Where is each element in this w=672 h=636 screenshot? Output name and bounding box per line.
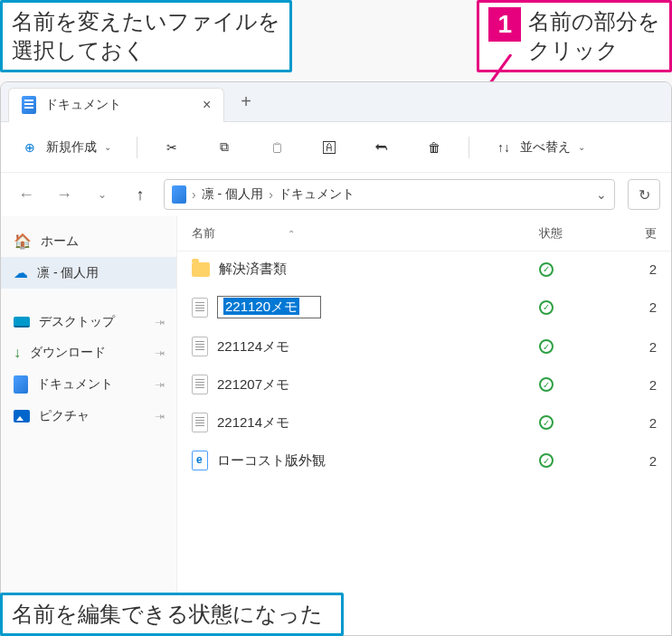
up-button[interactable]: ↑ <box>126 180 155 209</box>
file-date: 2 <box>629 299 657 315</box>
clipboard-icon: 📋︎ <box>268 138 286 157</box>
folder-icon <box>192 262 210 277</box>
document-icon <box>172 185 186 204</box>
list-row-folder[interactable]: 解決済書類 2 <box>177 252 671 287</box>
rename-input[interactable]: 221120メモ <box>217 296 321 318</box>
breadcrumb[interactable]: › 凛 - 個人用 › ドキュメント ⌄ <box>164 179 615 210</box>
content-area: 🏠 ホーム ☁ 凛 - 個人用 デスクトップ 📌︎ ↓ ダウンロード 📌︎ ドキ… <box>1 216 671 635</box>
sort-icon: ↑↓ <box>495 138 513 157</box>
file-name: ローコスト版外観 <box>217 452 326 470</box>
sidebar-item-downloads[interactable]: ↓ ダウンロード 📌︎ <box>1 337 176 368</box>
trash-icon: 🗑︎ <box>425 138 443 157</box>
download-icon: ↓ <box>14 345 21 361</box>
divider <box>137 137 137 158</box>
list-header: 名前 ⌃ 状態 更 <box>177 216 671 252</box>
sidebar-item-personal[interactable]: ☁ 凛 - 個人用 <box>1 257 176 289</box>
cut-button[interactable]: ✂ <box>154 133 190 162</box>
breadcrumb-item[interactable]: 凛 - 個人用 <box>202 186 263 203</box>
synced-icon <box>539 339 554 354</box>
new-label: 新規作成 <box>46 139 97 156</box>
synced-icon <box>539 300 554 315</box>
delete-button[interactable]: 🗑︎ <box>416 133 452 162</box>
chevron-right-icon: › <box>269 187 273 202</box>
sort-ascending-icon: ⌃ <box>288 229 295 239</box>
callout-text: 名前を編集できる状態になった <box>12 602 323 626</box>
plus-circle-icon: ⊕ <box>21 138 39 157</box>
sidebar-label: ホーム <box>41 233 79 250</box>
recent-dropdown[interactable]: ⌄ <box>88 180 117 209</box>
chevron-down-icon[interactable]: ⌄ <box>596 187 607 202</box>
list-row[interactable]: 221207メモ 2 <box>177 365 671 403</box>
column-status[interactable]: 状態 <box>539 225 629 242</box>
sidebar-item-home[interactable]: 🏠 ホーム <box>1 225 176 257</box>
synced-icon <box>539 415 554 430</box>
column-label: 更 <box>645 226 657 240</box>
file-name: 221207メモ <box>217 376 289 394</box>
callout-step-number: 1 <box>488 7 521 42</box>
sidebar-item-desktop[interactable]: デスクトップ 📌︎ <box>1 307 176 337</box>
html-file-icon <box>192 451 208 470</box>
file-explorer-window: ドキュメント × + ⊕ 新規作成 ⌄ ✂ ⧉ 📋︎ 🄰 ⮪ 🗑︎ ↑↓ 並べ替… <box>0 81 672 636</box>
divider <box>469 137 469 158</box>
copy-button[interactable]: ⧉ <box>206 133 242 162</box>
pin-icon[interactable]: 📌︎ <box>152 376 168 393</box>
column-modified[interactable]: 更 <box>629 225 657 242</box>
back-button[interactable]: ← <box>12 180 41 209</box>
new-tab-button[interactable]: + <box>241 91 251 112</box>
callout-click-name: 1 名前の部分を クリック <box>477 0 672 72</box>
column-label: 名前 <box>192 225 215 242</box>
sort-label: 並べ替え <box>520 139 571 156</box>
column-label: 状態 <box>539 226 563 240</box>
document-icon <box>22 96 36 114</box>
sidebar: 🏠 ホーム ☁ 凛 - 個人用 デスクトップ 📌︎ ↓ ダウンロード 📌︎ ドキ… <box>1 216 177 635</box>
pictures-icon <box>14 410 30 422</box>
tab-title: ドキュメント <box>45 97 121 113</box>
sidebar-label: デスクトップ <box>39 314 115 330</box>
synced-icon <box>539 262 554 277</box>
chevron-down-icon: ⌄ <box>104 142 111 152</box>
pin-icon[interactable]: 📌︎ <box>152 408 168 424</box>
close-tab-icon[interactable]: × <box>203 97 211 113</box>
list-row-editing[interactable]: 221120メモ 2 <box>177 287 671 327</box>
forward-button[interactable]: → <box>50 180 79 209</box>
callout-text: 名前の部分を <box>528 7 660 36</box>
callout-text: 選択しておく <box>12 36 280 65</box>
tab-bar: ドキュメント × + <box>1 82 671 122</box>
breadcrumb-item[interactable]: ドキュメント <box>279 186 355 203</box>
file-name: 221124メモ <box>217 338 289 356</box>
scissors-icon: ✂ <box>163 138 181 157</box>
callout-text: クリック <box>528 36 660 65</box>
sidebar-label: 凛 - 個人用 <box>37 265 99 281</box>
sort-button[interactable]: ↑↓ 並べ替え ⌄ <box>486 133 594 162</box>
list-row[interactable]: 221124メモ 2 <box>177 327 671 365</box>
sidebar-item-documents[interactable]: ドキュメント 📌︎ <box>1 368 176 401</box>
file-date: 2 <box>629 453 657 469</box>
sidebar-label: ピクチャ <box>39 408 90 424</box>
new-button[interactable]: ⊕ 新規作成 ⌄ <box>12 133 120 162</box>
desktop-icon <box>14 317 30 327</box>
tab-documents[interactable]: ドキュメント × <box>8 88 224 122</box>
rename-icon: 🄰 <box>320 138 338 157</box>
text-file-icon <box>192 298 208 318</box>
callout-text: 名前を変えたいファイルを <box>12 7 280 36</box>
nav-row: ← → ⌄ ↑ › 凛 - 個人用 › ドキュメント ⌄ ↻ <box>1 173 671 216</box>
cloud-icon: ☁ <box>14 264 28 281</box>
pin-icon[interactable]: 📌︎ <box>152 345 168 361</box>
list-row[interactable]: ローコスト版外観 2 <box>177 441 671 479</box>
share-icon: ⮪ <box>373 138 391 157</box>
file-date: 2 <box>629 339 657 355</box>
callout-editable-state: 名前を編集できる状態になった <box>0 593 344 636</box>
callout-select-file: 名前を変えたいファイルを 選択しておく <box>0 0 292 72</box>
sidebar-item-pictures[interactable]: ピクチャ 📌︎ <box>1 401 176 432</box>
list-row[interactable]: 221214メモ 2 <box>177 403 671 441</box>
file-date: 2 <box>629 415 657 431</box>
synced-icon <box>539 453 554 468</box>
refresh-button[interactable]: ↻ <box>628 179 660 210</box>
share-button[interactable]: ⮪ <box>364 133 400 162</box>
file-name: 解決済書類 <box>219 261 287 278</box>
rename-button[interactable]: 🄰 <box>311 133 347 162</box>
paste-button[interactable]: 📋︎ <box>259 133 295 162</box>
chevron-down-icon: ⌄ <box>578 142 585 152</box>
pin-icon[interactable]: 📌︎ <box>152 314 168 330</box>
column-name[interactable]: 名前 ⌃ <box>192 225 539 242</box>
